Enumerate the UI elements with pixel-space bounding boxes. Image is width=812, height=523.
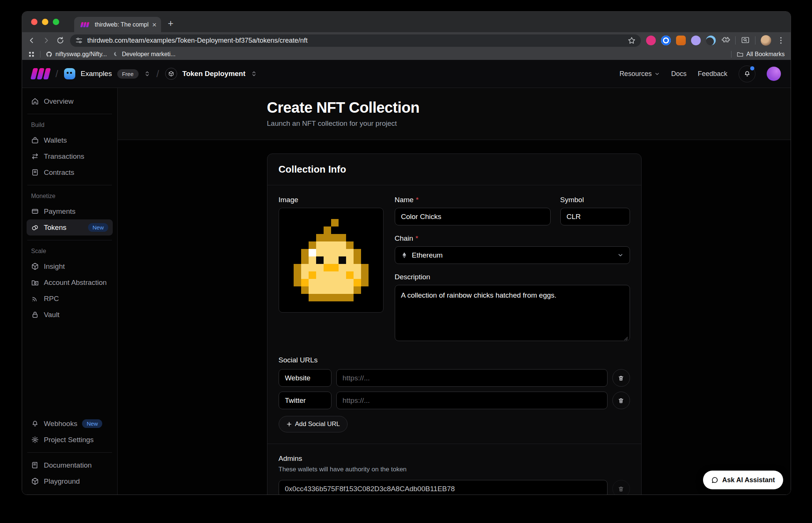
payments-icon — [31, 207, 39, 215]
delete-social-row-button[interactable] — [612, 392, 630, 409]
team-avatar[interactable] — [64, 68, 75, 79]
sidebar-item-insight[interactable]: Insight — [27, 258, 113, 274]
side-panel-search-icon[interactable] — [741, 36, 750, 45]
wallet-icon — [31, 136, 39, 144]
project-switcher-icon[interactable] — [251, 70, 257, 77]
reload-icon[interactable] — [56, 36, 65, 45]
resources-menu[interactable]: Resources — [619, 70, 660, 78]
notifications-button[interactable] — [739, 66, 755, 82]
sidebar-item-overview[interactable]: Overview — [27, 93, 113, 109]
resources-label: Resources — [619, 70, 652, 78]
breadcrumb-separator: / — [55, 68, 59, 80]
bookmark-niftyswap[interactable]: niftyswap.gg/Nifty... — [46, 51, 107, 58]
main-area: Create NFT Collection Launch an NFT coll… — [118, 88, 791, 495]
all-bookmarks-button[interactable]: All Bookmarks — [737, 51, 785, 58]
address-bar[interactable]: thirdweb.com/team/examples/Token-Deploym… — [70, 34, 641, 47]
bookmark-label: Developer marketi... — [122, 51, 176, 58]
phantom-icon[interactable] — [691, 36, 701, 45]
bookmark-star-icon[interactable] — [628, 37, 636, 45]
sidebar-item-project-settings[interactable]: Project Settings — [27, 432, 113, 448]
sidebar-item-webhooks[interactable]: Webhooks New — [27, 416, 113, 432]
sidebar-item-tokens[interactable]: Tokens New — [27, 219, 113, 235]
name-label: Name — [395, 196, 414, 204]
sidebar-item-contracts[interactable]: Contracts — [27, 164, 113, 180]
sidebar-item-documentation[interactable]: Documentation — [27, 457, 113, 473]
minimize-window-button[interactable] — [42, 19, 48, 25]
zoom-window-button[interactable] — [53, 19, 59, 25]
chrome-menu-icon[interactable] — [776, 36, 785, 45]
thirdweb-favicon — [81, 22, 89, 27]
extension-icon-dark[interactable] — [706, 36, 716, 45]
docs-link[interactable]: Docs — [671, 70, 687, 78]
extension-icon-blue[interactable] — [661, 36, 671, 45]
social-url-input[interactable] — [336, 392, 608, 409]
forward-icon[interactable] — [42, 36, 51, 45]
page-header: Create NFT Collection Launch an NFT coll… — [118, 88, 791, 140]
sidebar-item-label: RPC — [44, 295, 59, 303]
sidebar-item-label: Wallets — [44, 136, 67, 145]
chrome-profile-avatar[interactable] — [761, 35, 771, 46]
name-input[interactable] — [395, 208, 551, 225]
sidebar-item-wallets[interactable]: Wallets — [27, 132, 113, 148]
sidebar-item-account-abstraction[interactable]: Account Abstraction — [27, 274, 113, 291]
trash-icon — [618, 375, 624, 381]
admins-subtitle: These wallets will have authority on the… — [279, 466, 630, 473]
sidebar-item-rpc[interactable]: RPC — [27, 291, 113, 307]
team-switcher-icon[interactable] — [144, 70, 151, 77]
admin-address-input[interactable] — [279, 480, 608, 495]
admin-wallet-row — [279, 480, 630, 495]
vault-lock-icon — [31, 311, 39, 319]
chat-bubble-icon — [711, 477, 718, 484]
image-label: Image — [279, 196, 384, 204]
sidebar-item-payments[interactable]: Payments — [27, 203, 113, 219]
resize-grip-icon[interactable] — [624, 337, 628, 341]
sidebar: Overview Build Wallets Transactions Cont… — [22, 88, 118, 495]
sidebar-item-vault[interactable]: Vault — [27, 307, 113, 323]
site-settings-icon[interactable] — [75, 37, 83, 44]
extensions-puzzle-icon[interactable] — [721, 36, 730, 45]
tab-strip: thirdweb: The complete web3 × + — [22, 12, 791, 32]
browser-toolbar: thirdweb.com/team/examples/Token-Deploym… — [22, 32, 791, 49]
symbol-input[interactable] — [560, 208, 630, 225]
delete-admin-button[interactable] — [612, 480, 630, 495]
sidebar-item-label: Contracts — [44, 168, 74, 177]
chevron-down-icon — [654, 71, 660, 77]
breadcrumb-separator: / — [156, 68, 160, 80]
metamask-icon[interactable] — [676, 36, 686, 45]
chain-select[interactable]: Ethereum — [395, 246, 630, 264]
thirdweb-logo[interactable] — [32, 68, 49, 79]
contracts-icon — [31, 168, 39, 176]
sidebar-item-transactions[interactable]: Transactions — [27, 148, 113, 164]
description-textarea[interactable]: A collection of rainbow chicks hatched f… — [395, 285, 630, 341]
back-icon[interactable] — [27, 36, 36, 45]
description-label: Description — [395, 273, 630, 281]
account-abstraction-icon — [31, 279, 39, 286]
close-window-button[interactable] — [31, 19, 37, 25]
extension-icon-pink[interactable] — [646, 36, 656, 45]
ask-ai-assistant-button[interactable]: Ask AI Assistant — [703, 471, 783, 489]
sidebar-heading-build: Build — [31, 122, 108, 128]
social-row-twitter — [279, 392, 630, 409]
social-url-input[interactable] — [336, 369, 608, 387]
browser-tab[interactable]: thirdweb: The complete web3 × — [74, 17, 161, 32]
bookmark-developer-marketing[interactable]: Developer marketi... — [112, 51, 176, 58]
team-name[interactable]: Examples — [81, 70, 112, 78]
sidebar-item-playground[interactable]: Playground — [27, 473, 113, 489]
user-avatar[interactable] — [767, 67, 781, 81]
symbol-label: Symbol — [560, 196, 630, 204]
add-social-url-button[interactable]: Add Social URL — [279, 416, 348, 432]
apps-grid-icon[interactable] — [28, 51, 35, 58]
new-tab-button[interactable]: + — [168, 18, 173, 29]
window-controls — [22, 12, 67, 32]
close-tab-icon[interactable]: × — [152, 21, 157, 28]
social-type-input[interactable] — [279, 392, 331, 409]
delete-social-row-button[interactable] — [612, 369, 630, 387]
social-type-input[interactable] — [279, 369, 331, 387]
project-icon — [165, 68, 177, 80]
social-row-website — [279, 369, 630, 387]
url-text[interactable]: thirdweb.com/team/examples/Token-Deploym… — [87, 37, 623, 45]
project-name[interactable]: Token Deployment — [182, 70, 246, 78]
collection-image-upload[interactable] — [279, 208, 384, 313]
bell-icon — [31, 420, 39, 428]
feedback-link[interactable]: Feedback — [698, 70, 727, 78]
